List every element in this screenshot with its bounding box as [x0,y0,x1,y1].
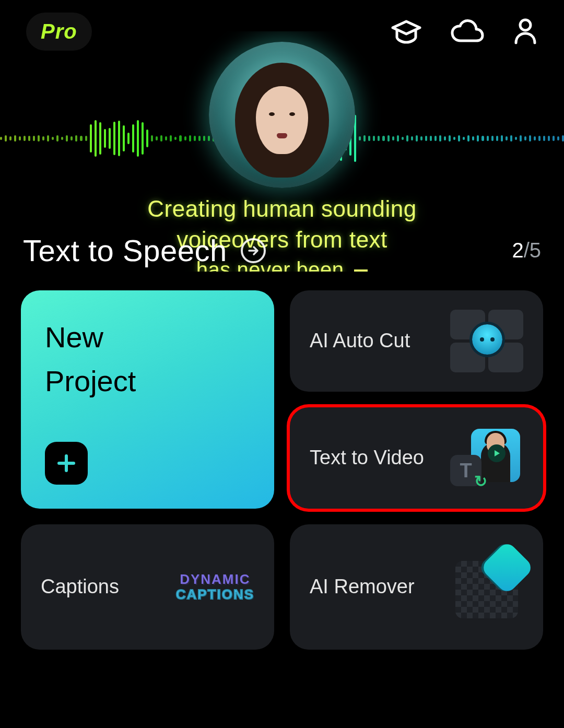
typing-cursor [354,269,368,272]
ai-auto-cut-icon [450,310,523,372]
app-header: Pro [0,0,564,63]
feature-title: Text to Speech [23,233,266,268]
ai-remover-card[interactable]: AI Remover [290,524,543,650]
text-to-video-icon: T ↻ [450,427,523,489]
new-project-card[interactable]: New Project [21,290,274,509]
card-label: Captions [41,574,119,600]
card-label: AI Remover [310,574,415,600]
header-icon-group [391,18,538,45]
carousel-pager: 2/5 [512,239,541,262]
feature-grid: New Project AI Auto Cut Text to Video T [21,290,543,718]
captions-icon: DYNAMIC CAPTIONS [176,572,254,602]
ai-remover-icon [450,556,523,618]
pro-badge[interactable]: Pro [26,13,92,51]
ai-auto-cut-card[interactable]: AI Auto Cut [290,290,543,392]
cloud-icon[interactable] [450,19,485,44]
new-project-label: New Project [45,315,136,403]
avatar-image [209,42,355,188]
card-label: AI Auto Cut [310,328,410,354]
plus-icon [45,442,88,485]
card-label: Text to Video [310,445,424,471]
profile-icon[interactable] [513,18,538,45]
graduation-cap-icon[interactable] [391,18,422,44]
captions-card[interactable]: Captions DYNAMIC CAPTIONS [21,524,274,650]
svg-point-0 [520,20,531,30]
text-to-video-card[interactable]: Text to Video T ↻ [290,407,543,509]
feature-title-row: Text to Speech 2/5 [0,233,564,268]
arrow-right-icon[interactable] [241,238,266,263]
